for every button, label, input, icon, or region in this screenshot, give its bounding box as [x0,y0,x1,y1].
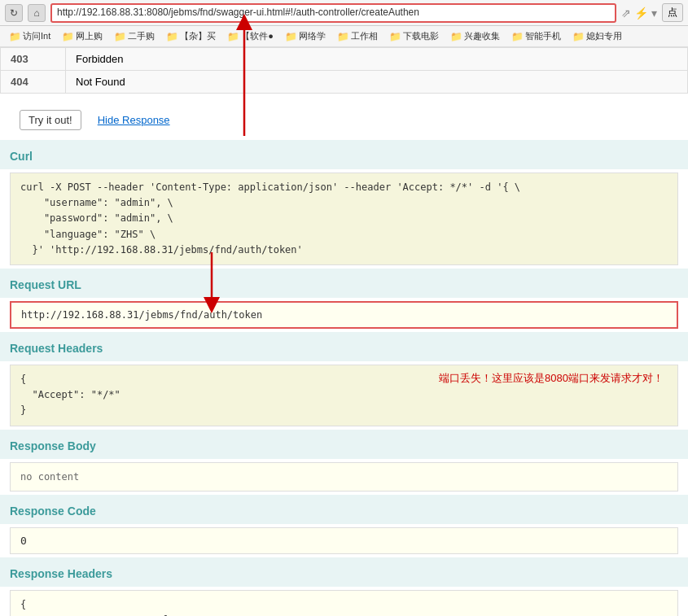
bookmark-item[interactable]: 📁 智能手机 [507,29,565,43]
response-desc-403: Forbidden [66,48,688,71]
table-row: 404 Not Found [1,71,688,94]
curl-section: Curl [0,140,688,169]
curl-command: curl -X POST --header 'Content-Type: app… [10,173,678,265]
request-headers-code: { "Accept": "*/*" } [10,365,678,426]
bookmark-item[interactable]: 📁 【杂】买 [162,29,220,43]
response-code-404: 404 [1,71,66,94]
bookmark-item[interactable]: 📁 下载电影 [385,29,443,43]
folder-icon: 📁 [62,31,74,42]
request-url-section: Request URL [0,269,688,298]
folder-icon: 📁 [389,31,401,42]
response-desc-404: Not Found [66,71,688,94]
response-headers-code: { "error": "no response from server" } [10,590,678,617]
menu-button[interactable]: 点 [662,3,683,22]
bookmark-item[interactable]: 📁 访问Int [5,29,55,43]
response-body-section: Response Body [0,430,688,459]
response-headers-header: Response Headers [0,559,688,585]
table-row: 403 Forbidden [1,48,688,71]
folder-icon: 📁 [285,31,297,42]
folder-icon: 📁 [337,31,349,42]
request-url-header: Request URL [0,270,688,296]
request-headers-section: Request Headers [0,332,688,361]
share-icon: ⇗ [621,7,631,20]
hide-response-link[interactable]: Hide Response [98,114,170,126]
refresh-button[interactable]: ↻ [5,4,23,22]
folder-icon: 📁 [450,31,462,42]
lightning-icon: ⚡ [634,7,648,20]
bookmarks-bar: 📁 访问Int 📁 网上购 📁 二手购 📁 【杂】买 📁 【软件● 📁 网络学 … [0,26,688,47]
folder-icon: 📁 [114,31,126,42]
response-body-header: Response Body [0,431,688,457]
response-code-403: 403 [1,48,66,71]
bookmark-item[interactable]: 📁 二手购 [110,29,159,43]
curl-section-header: Curl [0,142,688,168]
response-codes-table: 403 Forbidden 404 Not Found [0,47,688,94]
page-content: 403 Forbidden 404 Not Found Try it out! … [0,47,688,616]
folder-icon: 📁 [9,31,21,42]
folder-icon: 📁 [166,31,178,42]
address-bar[interactable]: http://192.168.88.31:8080/jebms/fnd/swag… [50,3,616,23]
response-body-box: no content [10,462,678,491]
bookmark-item[interactable]: 📁 媳妇专用 [568,29,626,43]
bookmark-item[interactable]: 📁 兴趣收集 [446,29,504,43]
folder-icon: 📁 [227,31,239,42]
request-headers-header: Request Headers [0,334,688,360]
home-button[interactable]: ⌂ [28,4,46,22]
try-it-out-button[interactable]: Try it out! [20,110,81,130]
bookmark-item[interactable]: 📁 网络学 [281,29,330,43]
folder-icon: 📁 [572,31,585,42]
bookmark-item[interactable]: 📁 【软件● [223,29,278,43]
folder-icon: 📁 [511,31,524,42]
browser-navbar: ↻ ⌂ http://192.168.88.31:8080/jebms/fnd/… [0,0,688,26]
request-url-box: http://192.168.88.31/jebms/fnd/auth/toke… [10,301,678,329]
response-code-section: Response Code [0,495,688,524]
bookmark-item[interactable]: 📁 工作相 [333,29,382,43]
response-code-value: 0 [10,527,678,554]
chevron-down-icon: ▾ [651,7,657,20]
bookmark-item[interactable]: 📁 网上购 [58,29,107,43]
response-headers-section: Response Headers [0,557,688,587]
response-code-header: Response Code [0,496,688,522]
